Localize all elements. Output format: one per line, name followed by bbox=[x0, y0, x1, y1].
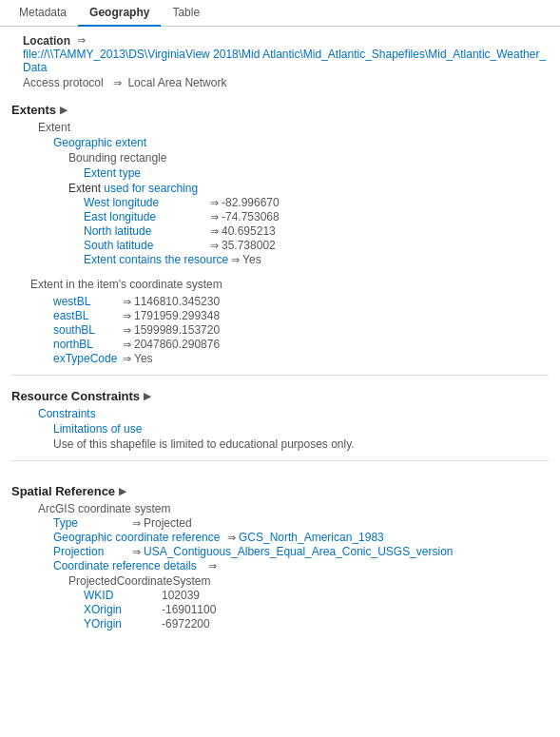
yorigin-row: YOrigin -6972200 bbox=[84, 617, 549, 630]
tab-geography[interactable]: Geography bbox=[78, 0, 161, 27]
westbl-row: westBL ⇒ 1146810.345230 bbox=[53, 295, 549, 308]
access-protocol-value: Local Area Network bbox=[127, 76, 226, 89]
extent-type-item: Extent type bbox=[84, 166, 549, 180]
northbl-arrow: ⇒ bbox=[123, 339, 131, 351]
east-longitude-arrow: ⇒ bbox=[210, 211, 219, 223]
extent-contains-arrow: ⇒ bbox=[231, 254, 240, 266]
type-label: Type bbox=[53, 516, 129, 530]
xorigin-row: XOrigin -16901100 bbox=[84, 603, 549, 616]
yorigin-value: -6972200 bbox=[162, 617, 210, 630]
xorigin-label: XOrigin bbox=[84, 603, 150, 616]
divider-1 bbox=[11, 375, 549, 376]
west-longitude-label: West longitude bbox=[84, 196, 207, 209]
limitations-value-item: Use of this shapefile is limited to educ… bbox=[53, 437, 549, 451]
location-row: Location ⇒ file://\\TAMMY_2013\DS\Virgin… bbox=[23, 34, 549, 74]
extent-used-item: Extent used for searching bbox=[68, 182, 549, 195]
location-arrow: ⇒ bbox=[77, 34, 86, 48]
extent-type-label: Extent type bbox=[84, 166, 141, 180]
westbl-label: westBL bbox=[53, 295, 120, 308]
type-value: Projected bbox=[144, 516, 192, 530]
south-latitude-label: South latitude bbox=[84, 239, 207, 252]
projected-coord-system-label: ProjectedCoordinateSystem bbox=[68, 574, 210, 588]
extypecode-label: exTypeCode bbox=[53, 352, 120, 365]
spatial-block: ArcGIS coordinate system Type ⇒ Projecte… bbox=[19, 502, 549, 630]
limitations-value: Use of this shapefile is limited to educ… bbox=[53, 437, 355, 451]
southbl-arrow: ⇒ bbox=[123, 324, 131, 337]
eastbl-label: eastBL bbox=[53, 309, 120, 322]
tab-table[interactable]: Table bbox=[161, 0, 211, 27]
projection-value: USA_Contiguous_Albers_Equal_Area_Conic_U… bbox=[144, 545, 454, 558]
wkid-value: 102039 bbox=[162, 589, 200, 602]
type-arrow: ⇒ bbox=[132, 517, 141, 530]
north-latitude-value: 40.695213 bbox=[222, 224, 276, 238]
north-latitude-label: North latitude bbox=[84, 224, 207, 238]
west-longitude-row: West longitude ⇒ -82.996670 bbox=[84, 196, 549, 209]
east-longitude-row: East longitude ⇒ -74.753068 bbox=[84, 210, 549, 223]
south-latitude-row: South latitude ⇒ 35.738002 bbox=[84, 239, 549, 252]
coord-system-label: Extent in the item's coordinate system bbox=[30, 278, 222, 291]
eastbl-arrow: ⇒ bbox=[123, 310, 131, 322]
geo-coord-ref-arrow: ⇒ bbox=[227, 532, 236, 544]
extent-contains-label: Extent contains the resource bbox=[84, 253, 228, 266]
coord-block: westBL ⇒ 1146810.345230 eastBL ⇒ 1791959… bbox=[19, 295, 549, 365]
extypecode-value: Yes bbox=[134, 352, 153, 365]
north-latitude-row: North latitude ⇒ 40.695213 bbox=[84, 224, 549, 238]
main-content: Location ⇒ file://\\TAMMY_2013\DS\Virgin… bbox=[0, 27, 560, 638]
east-longitude-value: -74.753068 bbox=[222, 210, 280, 223]
west-longitude-value: -82.996670 bbox=[222, 196, 280, 209]
coord-ref-details-label: Coordinate reference details bbox=[53, 559, 205, 572]
extent-item: Extent bbox=[38, 121, 549, 134]
bounding-rectangle-item: Bounding rectangle bbox=[68, 151, 549, 165]
geographic-extent-item: Geographic extent bbox=[53, 136, 549, 149]
resource-constraints-header[interactable]: Resource Constraints ▶ bbox=[11, 389, 549, 403]
location-value: file://\\TAMMY_2013\DS\VirginiaView 2018… bbox=[23, 48, 549, 74]
northbl-label: northBL bbox=[53, 338, 120, 351]
resource-constraints-label: Resource Constraints bbox=[11, 389, 140, 403]
access-protocol-label: Access protocol bbox=[23, 76, 104, 89]
limitations-label-item: Limitations of use bbox=[53, 422, 549, 436]
projection-row: Projection ⇒ USA_Contiguous_Albers_Equal… bbox=[53, 545, 549, 558]
extents-arrow: ▶ bbox=[60, 105, 68, 115]
constraints-label: Constraints bbox=[38, 407, 96, 420]
constraints-label-item: Constraints bbox=[38, 407, 549, 420]
tab-bar: Metadata Geography Table bbox=[0, 0, 560, 27]
constraints-block: Constraints Limitations of use Use of th… bbox=[19, 407, 549, 451]
southbl-row: southBL ⇒ 1599989.153720 bbox=[53, 323, 549, 337]
spatial-reference-header[interactable]: Spatial Reference ▶ bbox=[11, 484, 549, 498]
spatial-reference-label: Spatial Reference bbox=[11, 484, 115, 498]
westbl-value: 1146810.345230 bbox=[134, 295, 220, 308]
geo-coord-ref-row: Geographic coordinate reference ⇒ GCS_No… bbox=[53, 531, 549, 544]
projection-arrow: ⇒ bbox=[132, 546, 141, 558]
resource-constraints-arrow: ▶ bbox=[144, 391, 151, 401]
access-protocol-row: Access protocol ⇒ Local Area Network bbox=[23, 76, 549, 89]
wkid-label: WKID bbox=[84, 589, 150, 602]
arcgis-label-item: ArcGIS coordinate system bbox=[38, 502, 549, 515]
tab-metadata[interactable]: Metadata bbox=[8, 0, 78, 27]
type-row: Type ⇒ Projected bbox=[53, 516, 549, 530]
northbl-row: northBL ⇒ 2047860.290876 bbox=[53, 338, 549, 351]
arcgis-label: ArcGIS coordinate system bbox=[38, 502, 170, 515]
extent-used-label: Extent used for searching bbox=[68, 182, 198, 195]
south-latitude-arrow: ⇒ bbox=[210, 240, 219, 252]
spatial-reference-arrow: ▶ bbox=[119, 486, 126, 496]
xorigin-value: -16901100 bbox=[162, 603, 216, 616]
coord-system-header: Extent in the item's coordinate system bbox=[30, 278, 549, 291]
east-longitude-label: East longitude bbox=[84, 210, 207, 223]
north-latitude-arrow: ⇒ bbox=[210, 225, 219, 238]
geographic-extent-label: Geographic extent bbox=[53, 136, 146, 149]
geo-coord-ref-label: Geographic coordinate reference bbox=[53, 531, 224, 544]
extents-header[interactable]: Extents ▶ bbox=[11, 103, 549, 117]
projection-label: Projection bbox=[53, 545, 129, 558]
northbl-value: 2047860.290876 bbox=[134, 338, 220, 351]
west-longitude-arrow: ⇒ bbox=[210, 197, 219, 209]
geo-coord-ref-value: GCS_North_American_1983 bbox=[239, 531, 384, 544]
extypecode-arrow: ⇒ bbox=[123, 353, 131, 365]
limitations-label: Limitations of use bbox=[53, 422, 142, 436]
coord-ref-details-row: Coordinate reference details ⇒ bbox=[53, 559, 549, 572]
extent-contains-row: Extent contains the resource ⇒ Yes bbox=[84, 253, 549, 266]
wkid-row: WKID 102039 bbox=[84, 589, 549, 602]
eastbl-value: 1791959.299348 bbox=[134, 309, 220, 322]
southbl-label: southBL bbox=[53, 323, 120, 337]
southbl-value: 1599989.153720 bbox=[134, 323, 220, 337]
westbl-arrow: ⇒ bbox=[123, 296, 131, 308]
